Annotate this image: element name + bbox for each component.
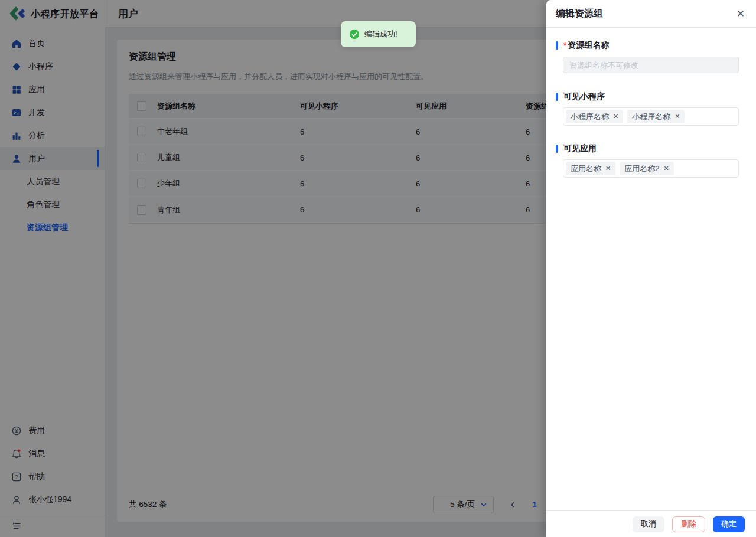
remove-tag-icon[interactable]: ✕ <box>613 113 618 120</box>
cancel-button[interactable]: 取消 <box>633 516 664 532</box>
label-accent-bar <box>556 145 558 153</box>
tag-label: 应用名称 <box>571 163 601 174</box>
visible-mini-input[interactable]: 小程序名称 ✕ 小程序名称 ✕ <box>563 107 739 126</box>
confirm-button[interactable]: 确定 <box>713 516 745 532</box>
mini-tag: 小程序名称 ✕ <box>627 110 685 123</box>
edit-resource-group-drawer: 编辑资源组 ✕ * 资源组名称 可见小程序 小程序名称 ✕ 小程序名称 ✕ <box>546 0 756 537</box>
required-asterisk: * <box>563 41 566 50</box>
field-label-text: 可见应用 <box>563 143 597 154</box>
delete-button[interactable]: 删除 <box>672 516 705 532</box>
remove-tag-icon[interactable]: ✕ <box>663 165 669 172</box>
drawer-footer: 取消 删除 确定 <box>546 510 756 537</box>
tag-label: 小程序名称 <box>632 112 670 122</box>
remove-tag-icon[interactable]: ✕ <box>674 113 680 120</box>
toast-message: 编辑成功! <box>364 29 397 40</box>
remove-tag-icon[interactable]: ✕ <box>605 165 611 172</box>
label-accent-bar <box>556 41 558 50</box>
tag-label: 小程序名称 <box>571 112 609 122</box>
label-accent-bar <box>556 93 558 101</box>
field-label-app: 可见应用 <box>556 143 747 154</box>
mini-tag: 小程序名称 ✕ <box>566 110 623 123</box>
success-toast: 编辑成功! <box>341 21 416 47</box>
drawer-header: 编辑资源组 ✕ <box>546 0 756 28</box>
app-tag: 应用名称 ✕ <box>566 162 615 175</box>
group-name-input[interactable] <box>563 57 739 73</box>
success-icon <box>349 29 360 40</box>
field-label-text: 资源组名称 <box>568 40 609 51</box>
field-label-name: * 资源组名称 <box>556 40 747 51</box>
visible-app-input[interactable]: 应用名称 ✕ 应用名称2 ✕ <box>563 159 739 178</box>
field-label-text: 可见小程序 <box>563 91 605 102</box>
field-label-mini: 可见小程序 <box>556 91 747 102</box>
app-tag: 应用名称2 ✕ <box>620 162 673 175</box>
tag-label: 应用名称2 <box>624 163 659 174</box>
close-icon[interactable]: ✕ <box>737 9 745 19</box>
drawer-title: 编辑资源组 <box>556 8 603 20</box>
